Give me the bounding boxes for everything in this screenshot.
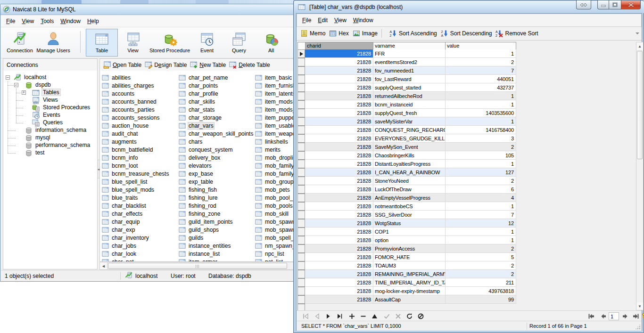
objects-toolbar-new-table[interactable]: New Table [190,61,226,69]
toolbar-button-stored-procedure[interactable]: Stored Procedure [148,29,191,57]
table-list-item[interactable]: char_points [179,81,219,89]
grid-cell[interactable]: 21828 [305,92,373,100]
grid-cell[interactable]: 21828 [305,58,373,66]
row-header[interactable] [297,160,305,168]
grid-cell[interactable]: 4 [446,194,516,202]
tree-item-localhost[interactable]: –localhost [3,74,97,81]
next-page-icon[interactable] [622,313,629,320]
resize-grip[interactable] [635,324,641,330]
grid-cell[interactable]: 12 [446,219,516,227]
grid-cell[interactable]: 2 [446,143,516,151]
tree-item-performance-schema[interactable]: performance_schema [3,142,97,149]
grid-cell[interactable]: 1403535600 [446,109,516,117]
grid-cell[interactable]: 1 [446,227,516,236]
table-list-item[interactable]: linkshells [255,138,289,146]
post-edit-icon[interactable] [383,313,391,320]
delete-record-icon[interactable] [360,313,367,320]
hscroll-left-arrow[interactable]: ◄ [100,262,107,269]
row-header[interactable] [297,49,305,58]
table-list-item[interactable]: item_armor [179,258,218,262]
grid-cell[interactable]: 1416758400 [446,126,516,134]
table-list-item[interactable]: delivery_box [179,154,221,162]
table-list-item[interactable]: exp_base [179,170,214,178]
tw-menu-item-edit[interactable]: Edit [314,15,331,25]
menu-item-window[interactable]: Window [57,16,84,26]
table-list-item[interactable]: guild_item_points [179,218,233,226]
row-header[interactable] [297,126,305,134]
table-list-item[interactable]: npc_list [255,250,285,258]
table-list-item[interactable]: fishing_fish [179,186,218,194]
table-list-item[interactable]: char_weapon_skill_points [179,130,254,138]
table-list-item[interactable]: blue_spell_mods [102,186,155,194]
row-header[interactable] [297,295,305,304]
table-list-item[interactable]: accounts_parties [102,106,156,114]
vscroll-down-arrow[interactable]: ▼ [636,302,643,310]
grid-cell[interactable]: 439763818 [446,287,516,295]
grid-cell[interactable]: 21828 [305,75,373,83]
row-header[interactable] [297,66,305,75]
table-list-item[interactable]: char_stats [179,106,215,114]
add-record-icon[interactable] [348,313,356,320]
table-list-item[interactable]: pet_list [255,258,284,262]
row-header[interactable] [297,244,305,253]
grid-cell[interactable]: saveMySisterVar [373,117,446,126]
objects-toolbar-open-table[interactable]: Open Table [103,61,141,69]
grid-cell[interactable]: 21828 [305,244,373,253]
grid-cell[interactable]: SSG_SilverDoor [373,211,446,219]
table-list-item[interactable]: char_look [102,250,137,258]
grid-cell[interactable]: 21828 [305,202,373,211]
column-header-varname[interactable]: varname [373,42,446,50]
grid-cell[interactable]: 7 [446,211,516,219]
table-list-item[interactable]: bcnm_info [102,154,139,162]
tree-item-mysql[interactable]: mysql [3,134,97,142]
grid-cell[interactable]: EVERYONES_GRUDGE_KILLS [373,134,446,143]
grid-cell[interactable]: AnEmptyVesselProgress [373,194,446,202]
tw-menu-item-view[interactable]: View [331,15,350,25]
toolbar-button-view[interactable]: View [120,29,146,57]
grid-cell[interactable]: DistantLoyaltiesProgress [373,160,446,168]
prev-page-icon[interactable] [600,313,607,320]
table-list-item[interactable]: char_equip [102,218,140,226]
main-titlebar[interactable]: Navicat 8 Lite for MySQL [0,4,298,15]
column-header-value[interactable]: value [445,42,516,50]
grid-cell[interactable]: 21828 [305,66,373,75]
grid-cell[interactable]: 21828 [305,185,373,194]
row-header[interactable] [297,58,305,66]
table-list-item[interactable]: mob_family_system [255,170,298,178]
grid-cell[interactable]: 21828 [305,143,373,151]
grid-cell[interactable]: 1 [446,202,516,211]
table-list-item[interactable]: fishing_zone [179,210,221,218]
table-list-item[interactable]: mob_spawn_mods [255,218,298,226]
row-header[interactable] [297,194,305,202]
grid-cell[interactable]: 440051 [446,75,516,83]
toolbar-button-query[interactable]: Query [224,29,254,57]
grid-cell[interactable]: bcnm_instanceid [373,100,446,109]
row-header[interactable] [297,211,305,219]
grid-cell[interactable]: 21828 [305,211,373,219]
table-list-item[interactable]: accounts_sessions [102,114,160,122]
row-header[interactable] [297,278,305,287]
grid-cell[interactable]: 5 [446,253,516,261]
table-list-item[interactable]: char_vars [179,122,215,130]
grid-cell[interactable]: FOMOR_HATE [373,253,446,261]
grid-cell[interactable]: 105 [446,151,516,160]
grid-cell[interactable]: 21828 [305,194,373,202]
grid-cell[interactable]: 21828 [305,261,373,270]
grid-cell[interactable]: TOAUM3 [373,261,446,270]
grid-cell[interactable]: supplyQuest_fresh [373,109,446,117]
row-header[interactable] [297,83,305,92]
grid-cell[interactable]: fov_numneeded1 [373,66,446,75]
table-list-item[interactable]: bcnm_loot [102,162,139,170]
table-list-item[interactable]: nm_spawn_points [255,242,298,250]
grid-cell[interactable]: supplyQuest_started [373,83,446,92]
toolbar-button-all[interactable]: All [256,29,286,57]
table-list-item[interactable]: char_pet [102,258,135,262]
row-header[interactable] [297,219,305,227]
table-list-item[interactable]: item_weapon [255,130,298,138]
grid-cell[interactable]: SaveMySon_Event [373,143,446,151]
grid-cell[interactable]: notmeanttobeCS [373,202,446,211]
toolbar-button-event[interactable]: Event [193,29,221,57]
table-list-item[interactable]: char_storage [179,114,223,122]
grid-cell[interactable]: 21828 [305,134,373,143]
table-list-item[interactable]: mob_family_mods [255,162,298,170]
